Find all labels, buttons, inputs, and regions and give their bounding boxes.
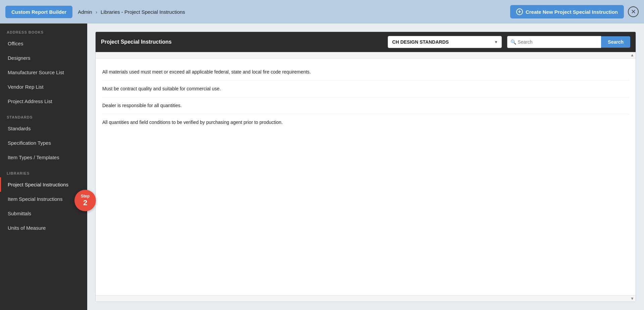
scroll-down-arrow: ▼: [630, 296, 634, 301]
sidebar-section-address-books: ADDRESS BOOKS: [0, 24, 87, 36]
sidebar-item-designers-label: Designers: [8, 55, 31, 61]
sidebar-item-manufacturer-label: Manufacturer Source List: [8, 70, 64, 75]
sidebar-item-submittals[interactable]: Submittals: [0, 206, 87, 221]
sidebar-section-standards: STANDARDS: [0, 108, 87, 121]
sidebar-item-offices[interactable]: Offices: [0, 36, 87, 51]
sidebar-item-item-types-templates[interactable]: Item Types / Templates: [0, 150, 87, 165]
breadcrumb: Admin › Libraries - Project Special Inst…: [78, 9, 185, 15]
close-button[interactable]: ✕: [628, 6, 639, 17]
instruction-text-4: All quantities and field conditions to b…: [102, 120, 283, 125]
design-standards-dropdown[interactable]: CH DESIGN STANDARDSSTANDARD INSTRUCTIONS…: [388, 36, 502, 48]
sidebar-item-submittals-label: Submittals: [8, 211, 31, 216]
sidebar-item-units-of-measure[interactable]: Units of Measure: [0, 221, 87, 235]
sidebar-item-isi-label: Item Special Instructions: [8, 196, 62, 202]
scroll-up-arrow: ▲: [630, 53, 634, 57]
main-layout: ADDRESS BOOKS Offices Designers Manufact…: [0, 24, 644, 310]
instruction-text-1: All materials used must meet or exceed a…: [102, 69, 311, 75]
sidebar-item-project-address-list[interactable]: Project Address List: [0, 94, 87, 108]
search-input-wrap: 🔍: [507, 36, 601, 48]
step-label: Step: [81, 194, 90, 198]
breadcrumb-page: Libraries - Project Special Instructions: [101, 9, 185, 15]
sidebar-item-item-types-label: Item Types / Templates: [8, 154, 59, 160]
sidebar-item-standards-label: Standards: [8, 126, 31, 131]
sidebar-item-psi-label: Project Special Instructions: [8, 182, 68, 187]
sidebar-item-manufacturer-source-list[interactable]: Manufacturer Source List: [0, 65, 87, 80]
sidebar-item-designers[interactable]: Designers: [0, 51, 87, 65]
sidebar-item-item-special-instructions[interactable]: Item Special Instructions →: [0, 192, 87, 206]
instruction-text-2: Must be contract quality and suitable fo…: [102, 86, 221, 91]
scroll-bottom-indicator: ▼: [96, 295, 636, 302]
instruction-text-3: Dealer is responsible for all quantities…: [102, 103, 182, 108]
instruction-item-2: Must be contract quality and suitable fo…: [102, 81, 629, 97]
sidebar-item-offices-label: Offices: [8, 41, 23, 46]
panel-title: Project Special Instructions: [101, 39, 382, 45]
content-area: Project Special Instructions CH DESIGN S…: [87, 24, 644, 310]
panel-body[interactable]: All materials used must meet or exceed a…: [96, 58, 636, 295]
instruction-item-1: All materials used must meet or exceed a…: [102, 64, 629, 81]
custom-report-button[interactable]: Custom Report Builder: [5, 6, 72, 18]
content-panel: Project Special Instructions CH DESIGN S…: [95, 32, 636, 302]
sidebar-item-specification-types[interactable]: Specification Types: [0, 136, 87, 150]
top-bar: Custom Report Builder Admin › Libraries …: [0, 0, 644, 24]
top-bar-left: Custom Report Builder Admin › Libraries …: [5, 6, 185, 18]
search-input[interactable]: [507, 36, 601, 48]
sidebar-item-vendor-rep-label: Vendor Rep List: [8, 84, 44, 90]
panel-header: Project Special Instructions CH DESIGN S…: [96, 32, 636, 52]
sidebar-item-specification-label: Specification Types: [8, 140, 51, 146]
plus-circle-icon: +: [516, 8, 523, 15]
sidebar-item-project-special-instructions[interactable]: Project Special Instructions: [0, 177, 87, 192]
breadcrumb-root: Admin: [78, 9, 92, 15]
sidebar-item-standards[interactable]: Standards: [0, 121, 87, 136]
instruction-item-4: All quantities and field conditions to b…: [102, 114, 629, 131]
breadcrumb-separator: ›: [96, 9, 97, 15]
sidebar-item-vendor-rep-list[interactable]: Vendor Rep List: [0, 80, 87, 94]
step-number: 2: [83, 198, 87, 207]
search-icon: 🔍: [511, 39, 516, 45]
create-new-button[interactable]: + Create New Project Special Instruction: [510, 5, 624, 18]
sidebar-item-project-address-label: Project Address List: [8, 98, 52, 104]
scroll-top-indicator: ▲: [96, 52, 636, 58]
search-wrapper: 🔍 Search: [507, 36, 630, 48]
top-bar-right: + Create New Project Special Instruction…: [510, 5, 639, 18]
sidebar: ADDRESS BOOKS Offices Designers Manufact…: [0, 24, 87, 310]
dropdown-wrapper: CH DESIGN STANDARDSSTANDARD INSTRUCTIONS…: [388, 36, 502, 48]
step-badge: Step 2: [74, 190, 96, 211]
search-button[interactable]: Search: [601, 36, 630, 48]
sidebar-section-libraries: LIBRARIES: [0, 165, 87, 177]
sidebar-item-units-label: Units of Measure: [8, 225, 46, 231]
instruction-item-3: Dealer is responsible for all quantities…: [102, 97, 629, 114]
create-btn-label: Create New Project Special Instruction: [526, 9, 618, 15]
